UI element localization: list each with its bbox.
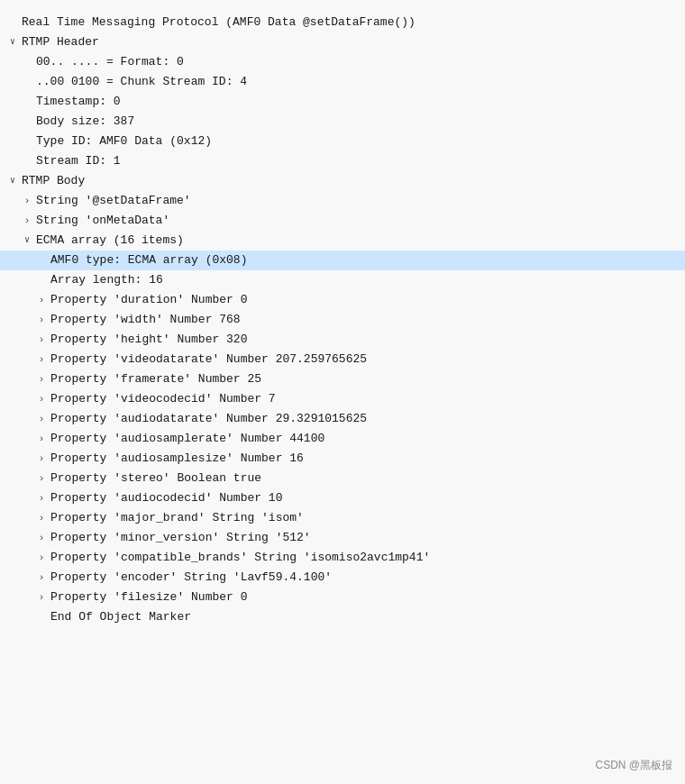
line-text-10: String 'onMetaData'	[36, 211, 169, 230]
tree-line-27: ›Property 'compatible_brands' String 'is…	[0, 548, 685, 568]
tree-line-6: Type ID: AMF0 Data (0x12)	[0, 132, 685, 151]
line-text-14: Property 'duration' Number 0	[50, 290, 247, 309]
line-text-3: ..00 0100 = Chunk Stream ID: 4	[36, 72, 247, 91]
chevron-right-icon[interactable]: ›	[36, 530, 47, 546]
chevron-right-icon[interactable]: ›	[36, 411, 47, 427]
tree-line-26: ›Property 'minor_version' String '512'	[0, 528, 685, 548]
tree-line-3: ..00 0100 = Chunk Stream ID: 4	[0, 72, 685, 92]
tree-line-7: Stream ID: 1	[0, 151, 685, 171]
line-text-30: End Of Object Marker	[50, 607, 191, 626]
line-text-18: Property 'framerate' Number 25	[50, 369, 261, 388]
chevron-right-icon[interactable]: ›	[36, 371, 47, 387]
chevron-right-icon[interactable]: ›	[36, 490, 47, 506]
chevron-right-icon[interactable]: ›	[36, 391, 47, 407]
line-text-4: Timestamp: 0	[36, 92, 121, 111]
tree-line-9: ›String '@setDataFrame'	[0, 191, 685, 211]
tree-line-16: ›Property 'height' Number 320	[0, 330, 685, 350]
tree-line-13: Array length: 16	[0, 270, 685, 290]
chevron-right-icon[interactable]: ›	[22, 213, 32, 229]
chevron-right-icon[interactable]: ›	[36, 451, 47, 467]
tree-line-5: Body size: 387	[0, 112, 685, 132]
line-text-19: Property 'videocodecid' Number 7	[50, 389, 276, 408]
line-text-26: Property 'minor_version' String '512'	[50, 528, 311, 547]
line-text-13: Array length: 16	[50, 270, 163, 289]
tree-line-20: ›Property 'audiodatarate' Number 29.3291…	[0, 409, 685, 429]
tree-line-10: ›String 'onMetaData'	[0, 211, 685, 231]
chevron-right-icon[interactable]: ›	[36, 570, 47, 586]
line-text-12: AMF0 type: ECMA array (0x08)	[50, 251, 247, 269]
chevron-right-icon[interactable]: ›	[36, 312, 47, 328]
watermark-label: CSDN @黑板报	[595, 758, 672, 773]
line-text-27: Property 'compatible_brands' String 'iso…	[50, 548, 430, 567]
tree-line-21: ›Property 'audiosamplerate' Number 44100	[0, 429, 685, 449]
chevron-right-icon[interactable]: ›	[36, 332, 47, 348]
chevron-right-icon[interactable]: ›	[36, 351, 47, 368]
chevron-right-icon[interactable]: ›	[22, 193, 32, 209]
tree-line-24: ›Property 'audiocodecid' Number 10	[0, 488, 685, 508]
tree-line-19: ›Property 'videocodecid' Number 7	[0, 389, 685, 409]
chevron-down-icon[interactable]: ∨	[22, 233, 32, 249]
tree-line-14: ›Property 'duration' Number 0	[0, 290, 685, 310]
tree-line-2: 00.. .... = Format: 0	[0, 52, 685, 72]
chevron-down-icon[interactable]: ∨	[7, 174, 18, 189]
line-text-29: Property 'filesize' Number 0	[50, 588, 247, 606]
chevron-down-icon[interactable]: ∨	[7, 35, 18, 50]
tree-line-15: ›Property 'width' Number 768	[0, 310, 685, 330]
tree-line-4: Timestamp: 0	[0, 92, 685, 112]
line-text-20: Property 'audiodatarate' Number 29.32910…	[50, 409, 367, 428]
tree-line-17: ›Property 'videodatarate' Number 207.259…	[0, 350, 685, 369]
line-text-2: 00.. .... = Format: 0	[36, 52, 184, 71]
line-text-21: Property 'audiosamplerate' Number 44100	[50, 429, 324, 448]
packet-detail-tree: Real Time Messaging Protocol (AMF0 Data …	[0, 7, 685, 633]
line-text-16: Property 'height' Number 320	[50, 330, 247, 349]
line-text-8: RTMP Body	[22, 171, 85, 190]
line-text-5: Body size: 387	[36, 112, 134, 131]
tree-line-12: AMF0 type: ECMA array (0x08)	[0, 251, 685, 270]
chevron-right-icon[interactable]: ›	[36, 292, 47, 308]
line-text-0: Real Time Messaging Protocol (AMF0 Data …	[22, 13, 416, 32]
line-text-25: Property 'major_brand' String 'isom'	[50, 508, 304, 527]
chevron-right-icon[interactable]: ›	[36, 550, 47, 566]
tree-line-0: Real Time Messaging Protocol (AMF0 Data …	[0, 13, 685, 32]
tree-line-1: ∨RTMP Header	[0, 32, 685, 52]
line-text-17: Property 'videodatarate' Number 207.2597…	[50, 350, 367, 369]
tree-line-30: End Of Object Marker	[0, 607, 685, 627]
tree-line-22: ›Property 'audiosamplesize' Number 16	[0, 449, 685, 469]
tree-line-8: ∨RTMP Body	[0, 171, 685, 191]
line-text-1: RTMP Header	[22, 32, 99, 51]
chevron-right-icon[interactable]: ›	[36, 510, 47, 526]
tree-line-28: ›Property 'encoder' String 'Lavf59.4.100…	[0, 568, 685, 588]
line-text-7: Stream ID: 1	[36, 151, 121, 170]
line-text-15: Property 'width' Number 768	[50, 310, 241, 329]
chevron-right-icon[interactable]: ›	[36, 431, 47, 447]
tree-line-29: ›Property 'filesize' Number 0	[0, 588, 685, 607]
line-text-11: ECMA array (16 items)	[36, 231, 184, 250]
tree-line-18: ›Property 'framerate' Number 25	[0, 369, 685, 389]
tree-line-25: ›Property 'major_brand' String 'isom'	[0, 508, 685, 528]
tree-line-23: ›Property 'stereo' Boolean true	[0, 469, 685, 488]
line-text-6: Type ID: AMF0 Data (0x12)	[36, 132, 212, 150]
line-text-9: String '@setDataFrame'	[36, 191, 191, 210]
line-text-22: Property 'audiosamplesize' Number 16	[50, 449, 304, 468]
line-text-28: Property 'encoder' String 'Lavf59.4.100'	[50, 568, 332, 587]
line-text-23: Property 'stereo' Boolean true	[50, 469, 261, 488]
chevron-right-icon[interactable]: ›	[36, 470, 47, 487]
chevron-right-icon[interactable]: ›	[36, 589, 47, 606]
line-text-24: Property 'audiocodecid' Number 10	[50, 488, 282, 507]
tree-line-11: ∨ECMA array (16 items)	[0, 231, 685, 251]
